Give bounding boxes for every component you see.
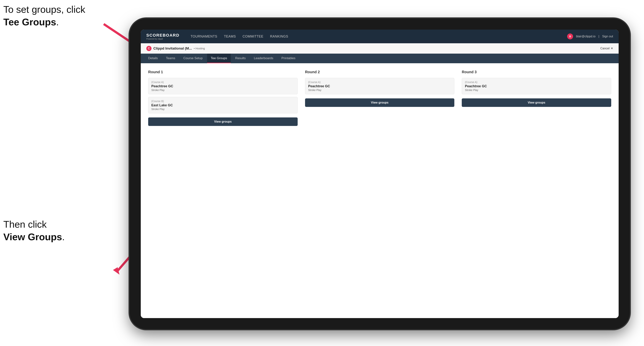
round-1-course-b-label: (Course B) <box>151 100 294 103</box>
round-2-section: Round 2 (Course A) Peachtree GC Stroke P… <box>305 70 454 126</box>
round-1-view-groups-button[interactable]: View groups <box>148 117 298 126</box>
logo-sub: Powered by clippit <box>146 38 180 40</box>
round-2-course-a-format: Stroke Play <box>308 89 451 92</box>
cancel-button[interactable]: Cancel ✕ <box>600 47 613 50</box>
tab-bar: Details Teams Course Setup Tee Groups Re… <box>141 54 619 63</box>
instruction-top-suffix: . <box>56 17 59 27</box>
round-1-section: Round 1 (Course A) Peachtree GC Stroke P… <box>148 70 298 126</box>
round-3-course-a-card: (Course A) Peachtree GC Stroke Play <box>462 78 611 94</box>
rounds-grid: Round 1 (Course A) Peachtree GC Stroke P… <box>148 70 611 126</box>
nav-teams[interactable]: TEAMS <box>224 34 236 39</box>
round-1-course-b-format: Stroke Play <box>151 108 294 111</box>
round-3-course-a-name: Peachtree GC <box>465 84 608 88</box>
tab-tee-groups[interactable]: Tee Groups <box>207 54 231 63</box>
logo-scoreboard: SCOREBOARD <box>146 33 180 37</box>
nav-committee[interactable]: COMMITTEE <box>243 34 264 39</box>
cancel-x-icon: ✕ <box>611 47 613 50</box>
round-3-section: Round 3 (Course A) Peachtree GC Stroke P… <box>462 70 611 126</box>
tab-results[interactable]: Results <box>232 54 250 63</box>
hosting-badge: • Hosting <box>194 47 205 50</box>
round-1-course-a-format: Stroke Play <box>151 89 294 92</box>
round-2-course-a-card: (Course A) Peachtree GC Stroke Play <box>305 78 454 94</box>
round-2-course-a-label: (Course A) <box>308 81 451 84</box>
round-1-title: Round 1 <box>148 70 298 74</box>
avatar: B <box>567 33 573 39</box>
tab-course-setup[interactable]: Course Setup <box>180 54 206 63</box>
cancel-label: Cancel <box>600 47 610 50</box>
main-content: Round 1 (Course A) Peachtree GC Stroke P… <box>141 63 619 318</box>
tablet-screen: SCOREBOARD Powered by clippit TOURNAMENT… <box>141 30 619 318</box>
tab-leaderboards[interactable]: Leaderboards <box>250 54 277 63</box>
sub-header: C Clippd Invitational (M... • Hosting Ca… <box>141 43 619 54</box>
instruction-top-line2-bold: Tee Groups <box>3 17 56 27</box>
round-1-course-b-name: East Lake GC <box>151 103 294 107</box>
instruction-top-line1: To set groups, click <box>3 4 85 15</box>
tab-printables[interactable]: Printables <box>278 54 299 63</box>
instruction-bottom: Then click View Groups. <box>3 218 65 243</box>
user-email: blair@clippd.io <box>576 35 596 38</box>
nav-links: TOURNAMENTS TEAMS COMMITTEE RANKINGS <box>190 34 560 39</box>
round-1-course-a-label: (Course A) <box>151 81 294 84</box>
instruction-bottom-suffix: . <box>62 231 65 242</box>
tournament-logo: C <box>146 46 152 51</box>
nav-tournaments[interactable]: TOURNAMENTS <box>190 34 217 39</box>
tablet-device: SCOREBOARD Powered by clippit TOURNAMENT… <box>130 18 630 329</box>
round-3-course-a-format: Stroke Play <box>465 89 608 92</box>
round-1-course-a-name: Peachtree GC <box>151 84 294 88</box>
nav-right: B blair@clippd.io | Sign out <box>567 33 613 39</box>
round-1-course-a-card: (Course A) Peachtree GC Stroke Play <box>148 78 298 94</box>
round-2-title: Round 2 <box>305 70 454 74</box>
sign-out-button[interactable]: Sign out <box>602 35 613 38</box>
round-2-view-groups-button[interactable]: View groups <box>305 98 454 107</box>
logo-letter: C <box>148 47 150 50</box>
round-3-title: Round 3 <box>462 70 611 74</box>
logo-text: SCOREBOARD <box>146 33 180 38</box>
logo: SCOREBOARD Powered by clippit <box>146 33 180 40</box>
round-2-course-a-name: Peachtree GC <box>308 84 451 88</box>
top-navigation: SCOREBOARD Powered by clippit TOURNAMENT… <box>141 30 619 43</box>
instruction-bottom-line2-bold: View Groups <box>3 231 62 242</box>
sign-out-link[interactable]: | <box>598 35 599 38</box>
tab-details[interactable]: Details <box>144 54 162 63</box>
tournament-name: Clippd Invitational (M... <box>153 46 192 50</box>
instruction-top: To set groups, click Tee Groups. <box>3 3 85 28</box>
instruction-bottom-line1: Then click <box>3 219 47 230</box>
tournament-title-area: C Clippd Invitational (M... • Hosting <box>146 46 205 51</box>
tab-teams[interactable]: Teams <box>162 54 179 63</box>
round-1-course-b-card: (Course B) East Lake GC Stroke Play <box>148 97 298 113</box>
round-3-course-a-label: (Course A) <box>465 81 608 84</box>
round-3-view-groups-button[interactable]: View groups <box>462 98 611 107</box>
nav-rankings[interactable]: RANKINGS <box>270 34 288 39</box>
